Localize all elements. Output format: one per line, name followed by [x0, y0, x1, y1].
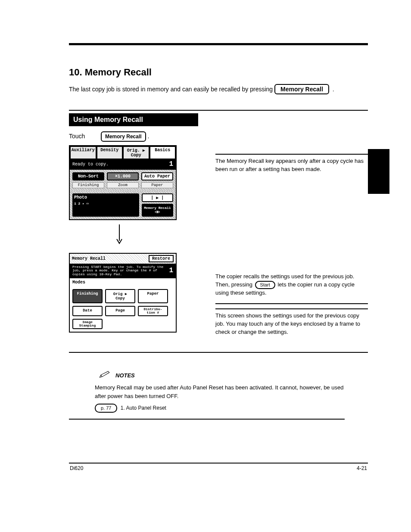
down-arrow-icon: [116, 224, 122, 246]
tab-auxiliary[interactable]: Auxiliary: [70, 146, 97, 159]
mr-instruction: Pressing START begins the job. To modify…: [72, 265, 169, 277]
mode-image-stamping[interactable]: Image Stamping: [72, 319, 103, 329]
chapter-subtitle: The last copy job is stored in memory an…: [69, 84, 368, 94]
photo-label: Photo: [74, 195, 87, 200]
right-para-2a: The copier recalls the settings used for…: [215, 273, 368, 298]
touch-row: Touch Memory Recall .: [69, 131, 368, 142]
restore-button[interactable]: Restore: [149, 255, 174, 262]
modes-header: Modes: [70, 278, 176, 286]
section-header: Using Memory Recall: [69, 113, 198, 126]
touch-label: Touch: [69, 133, 99, 140]
footer-model: Di620: [70, 465, 83, 471]
mode-finishing[interactable]: Finishing: [72, 289, 103, 303]
mode-paper[interactable]: Paper: [138, 289, 168, 303]
pill-autopaper[interactable]: Auto Paper: [141, 172, 173, 180]
section-header-text: Using Memory Recall: [73, 116, 143, 123]
start-key-ref: Start: [255, 281, 275, 289]
touch-period: .: [147, 133, 149, 140]
footer-page: 4-21: [357, 465, 367, 471]
mode-date[interactable]: Date: [72, 306, 103, 316]
photo-mini-icons: 1 2 ▸ ▭: [74, 202, 137, 205]
notes-top-rule: [69, 352, 368, 353]
pill-zoom-value[interactable]: ×1.000: [107, 172, 139, 180]
tab-density[interactable]: Density: [97, 146, 123, 159]
r-rule-3: [215, 308, 368, 309]
right-para-3: This screen shows the settings used for …: [215, 312, 368, 336]
mode-distribution[interactable]: Distribu- tion #: [138, 306, 168, 316]
r-rule-2: [215, 303, 368, 304]
page-ref-button: p. 77: [95, 404, 117, 413]
label-paper[interactable]: Paper: [141, 182, 173, 188]
memory-recall-icon: ◂▣▸: [154, 210, 160, 214]
pill-nonsort[interactable]: Non-Sort: [72, 172, 104, 180]
status-text: Ready to copy.: [72, 162, 109, 167]
status-count: 1: [169, 160, 173, 168]
section-rule: [69, 110, 368, 111]
r-rule-1: [215, 154, 368, 155]
pen-icon: [99, 370, 111, 381]
chapter-title: 10. Memory Recall: [69, 67, 368, 78]
photo-mode-block[interactable]: Photo 1 2 ▸ ▭: [72, 193, 139, 217]
memory-recall-screen-screenshot: Memory Recall Restore Pressing START beg…: [69, 253, 177, 333]
notes-ref: p. 77 1. Auto Panel Reset: [95, 404, 345, 413]
mr-count: 1: [169, 267, 173, 275]
notes-ref-text: 1. Auto Panel Reset: [121, 405, 166, 411]
memory-recall-key[interactable]: Memory Recall ◂▣▸: [142, 204, 173, 217]
notes-bottom-rule: [69, 419, 345, 420]
label-finishing[interactable]: Finishing: [72, 182, 104, 188]
chapter-subtitle-prefix: The last copy job is stored in memory an…: [69, 86, 274, 93]
notes-body: Memory Recall may be used after Auto Pan…: [95, 383, 345, 400]
top-rule: [69, 43, 368, 45]
right-para-1: The Memory Recall key appears only after…: [215, 157, 368, 174]
mr-title: Memory Recall: [72, 256, 106, 261]
notes-label: NOTES: [115, 371, 135, 380]
mode-page[interactable]: Page: [105, 306, 135, 316]
memory-recall-touch-button[interactable]: Memory Recall: [101, 131, 146, 142]
chapter-subtitle-suffix: .: [333, 86, 334, 93]
mode-orig-copy[interactable]: Orig ▶ Copy: [105, 289, 135, 303]
arrow-pill[interactable]: | ▶ |: [142, 193, 173, 202]
memory-recall-button-label[interactable]: Memory Recall: [274, 84, 329, 94]
tab-basics[interactable]: Basics: [149, 146, 176, 159]
memory-recall-text: Memory Recall: [144, 206, 171, 210]
basics-screen-screenshot: Auxiliary Density Orig. ▶ Copy Basics Re…: [69, 145, 177, 220]
tab-orig-copy[interactable]: Orig. ▶ Copy: [123, 146, 149, 159]
label-zoom[interactable]: Zoom: [107, 182, 139, 188]
